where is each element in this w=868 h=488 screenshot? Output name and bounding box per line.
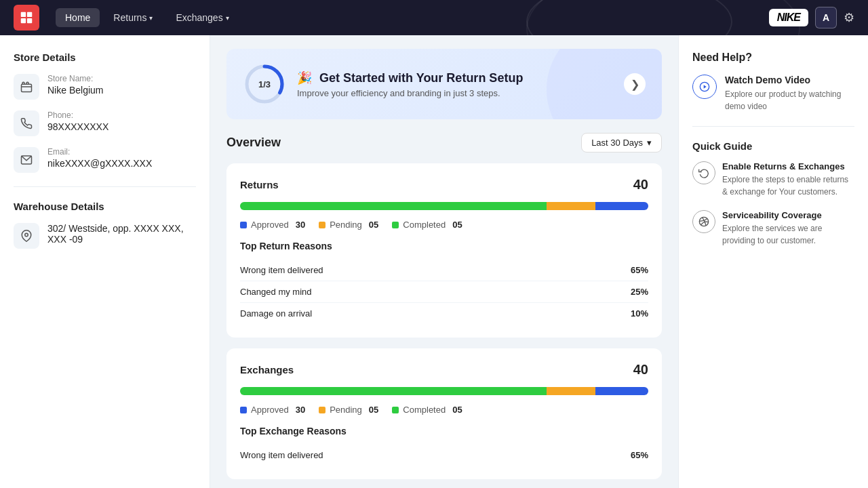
- returns-chevron-icon: ▾: [149, 14, 153, 22]
- exchanges-approved-bar: [240, 387, 547, 395]
- nav-links: Home Returns ▾ Exchanges ▾: [56, 8, 753, 27]
- reason-row: Damage on arrival 10%: [240, 303, 648, 324]
- returns-header: Returns 40: [240, 177, 648, 192]
- returns-approved-bar: [240, 202, 547, 210]
- exchanges-pending-bar: [547, 387, 595, 395]
- email-label: Email:: [47, 147, 152, 157]
- warehouse-details-title: Warehouse Details: [14, 201, 196, 212]
- nav-exchanges[interactable]: Exchanges ▾: [166, 8, 238, 27]
- guide-item-returns: Enable Returns & Exchanges Explore the s…: [692, 161, 854, 198]
- returns-guide-icon: [692, 161, 715, 184]
- exchanges-progress-bar: [240, 387, 648, 395]
- exchange-reason-label: Wrong item delivered: [240, 450, 323, 460]
- nav-returns[interactable]: Returns ▾: [104, 8, 162, 27]
- exchange-reason-row: Wrong item delivered 65%: [240, 445, 648, 466]
- reason-label: Wrong item delivered: [240, 265, 323, 275]
- settings-button[interactable]: ⚙: [844, 10, 854, 25]
- phone-item: Phone: 98XXXXXXXX: [14, 110, 196, 136]
- exchange-reasons-title: Top Exchange Reasons: [240, 426, 648, 436]
- store-name-item: Store Name: Nike Belgium: [14, 74, 196, 100]
- store-name-value: Nike Belgium: [47, 85, 103, 96]
- approved-dot: [240, 222, 247, 228]
- exchange-reason-pct: 65%: [631, 450, 648, 460]
- returns-label: Returns: [240, 179, 279, 190]
- completed-dot: [392, 222, 399, 228]
- exchanges-label: Exchanges: [240, 364, 294, 375]
- sidebar-divider: [14, 186, 196, 187]
- chevron-right-icon: ❯: [631, 78, 639, 91]
- phone-icon: [14, 110, 39, 136]
- exchanges-chevron-icon: ▾: [226, 14, 229, 22]
- date-filter-label: Last 30 Days: [591, 138, 643, 148]
- exchanges-approved-label: Approved: [251, 405, 289, 415]
- exchanges-completed-value: 05: [452, 405, 462, 415]
- date-filter-button[interactable]: Last 30 Days ▾: [581, 133, 662, 152]
- guide-serviceability-title: Serviceability Coverage: [722, 210, 854, 220]
- svg-marker-11: [704, 85, 707, 88]
- guide-item-serviceability: Serviceability Coverage Explore the serv…: [692, 210, 854, 247]
- store-details-title: Store Details: [14, 52, 196, 63]
- guide-serviceability-desc: Explore the services we are providing to…: [722, 222, 854, 247]
- returns-pending-bar: [547, 202, 595, 210]
- exchanges-pending-legend: Pending 05: [319, 405, 378, 415]
- setup-content: 🎉 Get Started with Your Return Setup Imp…: [297, 70, 613, 98]
- navbar: Home Returns ▾ Exchanges ▾ NIKE A ⚙: [0, 0, 868, 35]
- nike-logo-text: NIKE: [777, 12, 800, 23]
- avatar-button[interactable]: A: [815, 7, 837, 28]
- reason-label: Changed my mind: [240, 287, 312, 297]
- exchanges-pending-dot: [319, 407, 326, 413]
- warehouse-address: 302/ Westside, opp. XXXX XXX, XXX -09: [47, 223, 196, 245]
- help-title: Need Help?: [692, 52, 854, 64]
- setup-emoji: 🎉: [297, 71, 312, 85]
- store-icon: [14, 74, 39, 100]
- nav-returns-label: Returns: [113, 12, 146, 23]
- exchanges-completed-bar: [595, 387, 648, 395]
- exchanges-approved-legend: Approved 30: [240, 405, 305, 415]
- nike-logo-button[interactable]: NIKE: [769, 9, 808, 26]
- nav-home-label: Home: [65, 12, 90, 23]
- exchanges-header: Exchanges 40: [240, 362, 648, 378]
- main-content: 1/3 🎉 Get Started with Your Return Setup…: [210, 35, 678, 488]
- reason-pct: 65%: [631, 265, 648, 275]
- setup-title-text: Get Started with Your Return Setup: [319, 71, 523, 85]
- setup-progress-text: 1/3: [258, 79, 271, 89]
- exchanges-pending-label: Pending: [330, 405, 362, 415]
- svg-rect-1: [27, 12, 32, 17]
- setup-next-button[interactable]: ❯: [624, 73, 646, 95]
- watch-demo-desc: Explore our product by watching demo vid…: [725, 88, 854, 113]
- returns-legend: Approved 30 Pending 05 Completed 05: [240, 220, 648, 230]
- return-reasons-section: Top Return Reasons Wrong item delivered …: [240, 241, 648, 324]
- setup-subtitle: Improve your efficiency and branding in …: [297, 88, 613, 98]
- returns-pending-legend: Pending 05: [319, 220, 378, 230]
- date-filter-chevron-icon: ▾: [647, 138, 652, 148]
- watch-demo-title: Watch Demo Video: [725, 75, 854, 85]
- pending-dot: [319, 222, 326, 228]
- returns-completed-bar: [595, 202, 648, 210]
- right-panel: Need Help? Watch Demo Video Explore our …: [678, 35, 868, 488]
- completed-value: 05: [452, 220, 462, 230]
- setup-progress-ring: 1/3: [243, 62, 286, 106]
- completed-label: Completed: [403, 220, 446, 230]
- reason-pct: 25%: [631, 287, 648, 297]
- reason-row: Changed my mind 25%: [240, 281, 648, 303]
- email-value: nikeXXXX@gXXXX.XXX: [47, 158, 152, 169]
- email-item: Email: nikeXXXX@gXXXX.XXX: [14, 147, 196, 173]
- exchanges-card: Exchanges 40 Approved 30 Pending 05: [226, 348, 662, 479]
- reason-pct: 10%: [631, 308, 648, 319]
- svg-rect-0: [21, 12, 26, 17]
- return-reasons-title: Top Return Reasons: [240, 241, 648, 251]
- reason-label: Damage on arrival: [240, 308, 312, 319]
- exchanges-completed-dot: [392, 407, 399, 413]
- phone-label: Phone:: [47, 110, 108, 120]
- logo: [14, 5, 39, 30]
- svg-point-7: [25, 233, 28, 237]
- email-icon: [14, 147, 39, 173]
- nav-home[interactable]: Home: [56, 8, 100, 27]
- pending-value: 05: [369, 220, 378, 230]
- setup-title: 🎉 Get Started with Your Return Setup: [297, 70, 613, 85]
- avatar-label: A: [823, 12, 829, 23]
- nav-exchanges-label: Exchanges: [176, 12, 222, 23]
- exchanges-approved-value: 30: [296, 405, 305, 415]
- returns-progress-bar: [240, 202, 648, 210]
- phone-value: 98XXXXXXXX: [47, 121, 108, 132]
